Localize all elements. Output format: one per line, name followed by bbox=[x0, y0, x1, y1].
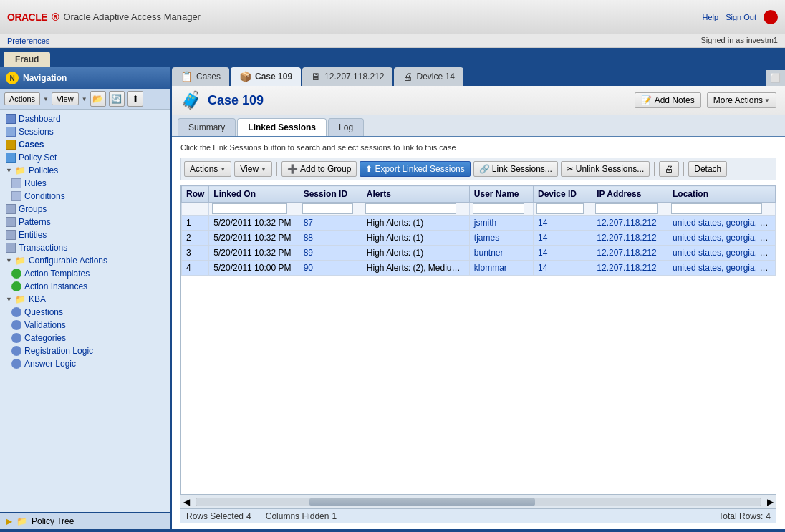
username-link-1[interactable]: tjames bbox=[474, 233, 499, 243]
tab-case109[interactable]: 📦 Case 109 bbox=[231, 67, 301, 86]
sidebar-item-groups[interactable]: Groups bbox=[0, 203, 170, 216]
session-id-link-0[interactable]: 87 bbox=[304, 218, 313, 228]
ip-link-2[interactable]: 12.207.118.212 bbox=[597, 248, 656, 258]
horizontal-scrollbar[interactable]: ◀ ▶ bbox=[180, 495, 776, 508]
filter-input-session-id[interactable] bbox=[302, 203, 353, 214]
sidebar-item-answer-logic[interactable]: Answer Logic bbox=[0, 357, 170, 370]
table-row[interactable]: 3 5/20/2011 10:32 PM 89 High Alerts: (1)… bbox=[182, 246, 776, 261]
sub-tab-summary[interactable]: Summary bbox=[178, 118, 236, 136]
unlink-sessions-btn[interactable]: ✂ Unlink Sessions... bbox=[561, 161, 650, 177]
fraud-tab[interactable]: Fraud bbox=[4, 52, 50, 67]
table-scroll[interactable]: Row Linked On Session ID Alerts User Nam… bbox=[181, 185, 776, 494]
location-link-2[interactable]: united states, georgia, atlanta bbox=[673, 248, 776, 258]
username-link-3[interactable]: klommar bbox=[474, 263, 507, 273]
ip-link-0[interactable]: 12.207.118.212 bbox=[597, 218, 656, 228]
filter-input-linked-on[interactable] bbox=[212, 203, 287, 214]
sidebar-item-policies[interactable]: ▼ 📁 Policies bbox=[0, 164, 170, 177]
add-notes-button[interactable]: 📝 Add Notes bbox=[635, 92, 701, 108]
sidebar-item-entities[interactable]: Entities bbox=[0, 228, 170, 241]
scroll-track[interactable] bbox=[196, 498, 761, 506]
col-header-linked-on[interactable]: Linked On bbox=[209, 186, 299, 203]
view-dropdown-btn[interactable]: View ▼ bbox=[234, 161, 272, 177]
sidebar-item-validations[interactable]: Validations bbox=[0, 319, 170, 332]
policy-tree-section[interactable]: ▶ 📁 Policy Tree bbox=[0, 512, 170, 529]
session-id-link-2[interactable]: 89 bbox=[304, 248, 313, 258]
col-header-ip-address[interactable]: IP Address bbox=[592, 186, 668, 203]
sidebar-item-dashboard[interactable]: Dashboard bbox=[0, 112, 170, 125]
location-link-1[interactable]: united states, georgia, atlanta bbox=[673, 233, 776, 243]
more-actions-button[interactable]: More Actions ▼ bbox=[707, 92, 776, 108]
sidebar-open-folder-btn[interactable]: 📂 bbox=[90, 91, 106, 107]
sub-tab-log[interactable]: Log bbox=[328, 118, 364, 136]
sidebar-item-action-templates[interactable]: Action Templates bbox=[0, 267, 170, 280]
col-header-location[interactable]: Location bbox=[668, 186, 775, 203]
col-header-alerts[interactable]: Alerts bbox=[362, 186, 469, 203]
device-id-link-1[interactable]: 14 bbox=[538, 233, 547, 243]
actions-dropdown-btn[interactable]: Actions ▼ bbox=[184, 161, 231, 177]
sidebar-view-btn[interactable]: View bbox=[52, 92, 79, 105]
col-header-device-id[interactable]: Device ID bbox=[534, 186, 592, 203]
filter-input-ip[interactable] bbox=[595, 203, 658, 214]
ip-link-3[interactable]: 12.207.118.212 bbox=[597, 263, 656, 273]
sidebar-item-patterns[interactable]: Patterns bbox=[0, 216, 170, 228]
sidebar-item-cases[interactable]: Cases bbox=[0, 138, 170, 151]
cell-session-id-3: 90 bbox=[299, 261, 362, 276]
filter-input-device-id[interactable] bbox=[536, 203, 584, 214]
col-header-session-id[interactable]: Session ID bbox=[299, 186, 362, 203]
session-id-link-1[interactable]: 88 bbox=[304, 233, 313, 243]
col-header-username[interactable]: User Name bbox=[469, 186, 533, 203]
sidebar-item-policy-set[interactable]: Policy Set bbox=[0, 151, 170, 164]
columns-hidden-value: 1 bbox=[332, 511, 337, 521]
tab-cases[interactable]: 📋 Cases bbox=[172, 67, 229, 86]
tab-device[interactable]: 🖨 Device 14 bbox=[394, 67, 463, 86]
table-row[interactable]: 4 5/20/2011 10:00 PM 90 High Alerts: (2)… bbox=[182, 261, 776, 276]
sidebar-item-registration-logic[interactable]: Registration Logic bbox=[0, 344, 170, 357]
sidebar-refresh-btn[interactable]: 🔄 bbox=[109, 91, 125, 107]
sidebar-label-registration-logic: Registration Logic bbox=[24, 346, 93, 356]
tab-ip[interactable]: 🖥 12.207.118.212 bbox=[302, 67, 393, 86]
help-link[interactable]: Help bbox=[703, 13, 719, 21]
table-row[interactable]: 1 5/20/2011 10:32 PM 87 High Alerts: (1)… bbox=[182, 216, 776, 231]
sidebar-label-policy-set: Policy Set bbox=[19, 153, 57, 163]
sidebar-item-action-instances[interactable]: Action Instances bbox=[0, 280, 170, 293]
sidebar-item-categories[interactable]: Categories bbox=[0, 332, 170, 344]
sidebar-item-conditions[interactable]: Conditions bbox=[0, 190, 170, 203]
sidebar-item-kba[interactable]: ▼ 📁 KBA bbox=[0, 293, 170, 306]
signout-link[interactable]: Sign Out bbox=[726, 13, 756, 21]
table-row[interactable]: 2 5/20/2011 10:32 PM 88 High Alerts: (1)… bbox=[182, 231, 776, 246]
sidebar-export-btn[interactable]: ⬆ bbox=[127, 91, 143, 107]
maximize-btn[interactable]: ⬜ bbox=[766, 70, 785, 86]
username-link-0[interactable]: jsmith bbox=[474, 218, 496, 228]
device-tab-icon: 🖨 bbox=[403, 71, 413, 82]
device-id-link-0[interactable]: 14 bbox=[538, 218, 547, 228]
sub-tab-linked-sessions[interactable]: Linked Sessions bbox=[237, 118, 327, 136]
scroll-thumb[interactable] bbox=[309, 498, 535, 506]
link-sessions-btn[interactable]: 🔗 Link Sessions... bbox=[473, 161, 558, 177]
filter-input-alerts[interactable] bbox=[365, 203, 456, 214]
sidebar-item-rules[interactable]: Rules bbox=[0, 177, 170, 190]
scroll-right-arrow[interactable]: ▶ bbox=[764, 497, 776, 507]
ip-link-1[interactable]: 12.207.118.212 bbox=[597, 233, 656, 243]
cell-ip-3: 12.207.118.212 bbox=[592, 261, 668, 276]
print-btn[interactable]: 🖨 bbox=[659, 161, 679, 177]
sidebar-item-transactions[interactable]: Transactions bbox=[0, 241, 170, 254]
location-link-0[interactable]: united states, georgia, atlanta bbox=[673, 218, 776, 228]
categories-icon bbox=[11, 333, 21, 343]
detach-btn[interactable]: Detach bbox=[688, 161, 727, 177]
filter-input-username[interactable] bbox=[473, 203, 524, 214]
sidebar-actions-btn[interactable]: Actions bbox=[4, 92, 40, 105]
sidebar-item-sessions[interactable]: Sessions bbox=[0, 125, 170, 138]
sidebar-item-questions[interactable]: Questions bbox=[0, 306, 170, 319]
filter-input-location[interactable] bbox=[671, 203, 762, 214]
export-linked-sessions-btn[interactable]: ⬆ Export Linked Sessions bbox=[360, 161, 470, 177]
sidebar-item-configurable-actions[interactable]: ▼ 📁 Configurable Actions bbox=[0, 254, 170, 267]
add-to-group-btn[interactable]: ➕ Add to Group bbox=[281, 161, 357, 177]
scroll-left-arrow[interactable]: ◀ bbox=[180, 497, 193, 507]
username-link-2[interactable]: buntner bbox=[474, 248, 504, 258]
preferences-link[interactable]: Preferences bbox=[7, 37, 49, 45]
session-id-link-3[interactable]: 90 bbox=[304, 263, 313, 273]
device-id-link-3[interactable]: 14 bbox=[538, 263, 547, 273]
sidebar-label-groups: Groups bbox=[19, 204, 47, 214]
device-id-link-2[interactable]: 14 bbox=[538, 248, 547, 258]
location-link-3[interactable]: united states, georgia, atlanta bbox=[673, 263, 776, 273]
